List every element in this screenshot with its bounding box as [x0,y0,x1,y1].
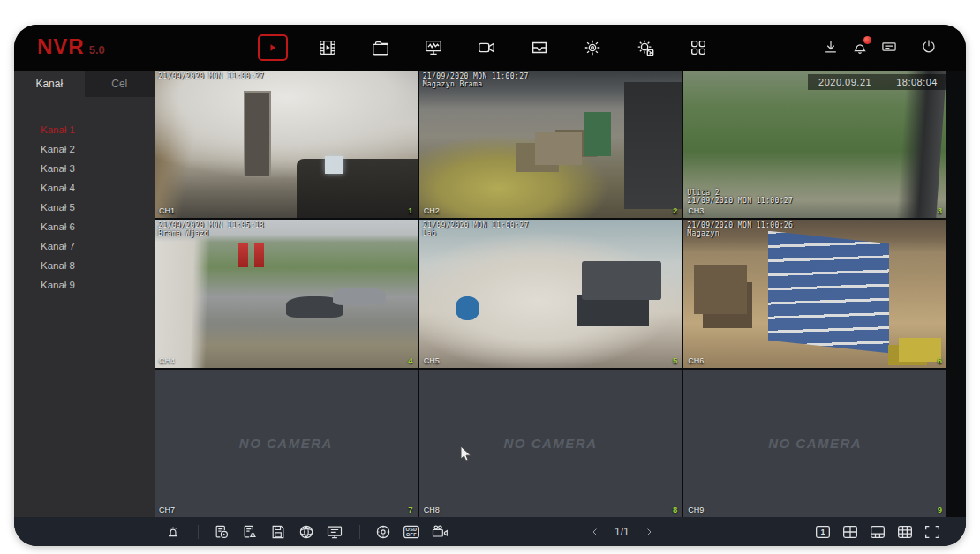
camera-cell-6[interactable]: 21/09/2020 MON 11:00:26Magazyn CH6 6 [683,220,946,367]
alarm-notification-icon[interactable] [851,38,871,57]
camera-osd: 21/09/2020 MON 11:00:26Magazyn [687,221,793,237]
channel-index: 7 [408,505,412,514]
scene-shape [899,338,941,362]
view-six-icon[interactable] [867,521,888,543]
tab-channel[interactable]: Kanał [14,71,85,97]
app-logo: NVR 5.0 [37,34,105,59]
top-bar: NVR 5.0 [14,25,966,71]
channel-label: CH1 [159,206,175,215]
view-single-icon[interactable]: 1 [812,521,833,543]
layout-switcher: 1 [812,521,943,543]
camera-osd: 21/09/2020 MON 11:00:27Lab [423,221,529,237]
next-page-icon[interactable] [642,525,656,539]
view-quad-icon[interactable] [840,521,861,543]
system-time-badge: 2020.09.21 18:08:04 [808,74,946,90]
recorder-device-icon[interactable] [880,38,900,57]
no-camera-text: NO CAMERA [503,436,597,451]
maintenance-icon[interactable] [632,36,659,59]
content-area: Kanał Cel Kanał 1 Kanał 2 Kanał 3 Kanał … [14,71,966,517]
apps-grid-icon[interactable] [685,36,712,59]
camera-cell-9[interactable]: NO CAMERA CH9 9 [683,370,946,517]
bottom-toolbar: OSDOFF 1/1 1 [14,517,966,546]
channel-item-5[interactable]: Kanał 5 [14,198,155,217]
grid-pagination: 1/1 [588,525,656,539]
prev-page-icon[interactable] [588,525,602,539]
camera-cell-1[interactable]: 21/09/2020 MON 11:00:27 CH1 1 [155,71,418,218]
disk-backup-icon[interactable] [268,521,289,543]
channel-item-2[interactable]: Kanał 2 [14,139,155,159]
scene-shape [584,112,611,156]
network-icon[interactable] [296,521,317,543]
camera-cell-5[interactable]: 21/09/2020 MON 11:00:27Lab CH5 5 [419,220,682,367]
channel-index: 2 [673,206,677,215]
power-icon[interactable] [920,38,939,57]
scene-shape [768,231,889,353]
ptz-control-icon[interactable] [373,521,394,543]
channel-label: CH7 [159,505,175,514]
camera-osd: Ulica 221/09/2020 MON 11:00:27 [687,189,793,205]
scene-shape [582,261,660,300]
scene-shape [535,132,583,165]
brand-text: NVR [37,34,85,59]
channel-index: 5 [673,356,677,365]
camera-cell-7[interactable]: NO CAMERA CH7 7 [155,370,418,517]
playback-icon[interactable] [314,36,341,59]
no-camera-text: NO CAMERA [768,436,862,451]
scene-shape [456,296,479,320]
channel-item-1[interactable]: Kanał 1 [14,120,155,139]
scene-shape [333,288,386,305]
top-right-actions [822,25,939,71]
channel-index: 8 [673,505,677,514]
channel-item-7[interactable]: Kanał 7 [14,236,155,256]
channel-item-3[interactable]: Kanał 3 [14,159,155,178]
camera-cell-2[interactable]: 21/09/2020 MON 11:00:27Magazyn Brama CH2… [419,71,682,218]
manual-record-icon[interactable] [211,521,232,543]
storage-manage-icon[interactable] [526,36,553,59]
scene-shape [297,159,418,218]
no-camera-text: NO CAMERA [239,436,333,451]
video-grid-wrap: 21/09/2020 MON 11:00:27 CH1 1 21/09/2020… [155,71,966,517]
divider [198,525,199,539]
page-indicator: 1/1 [614,526,629,538]
channel-label: CH3 [688,206,704,215]
divider [359,525,360,539]
settings-icon[interactable] [579,36,606,59]
channel-index: 3 [938,206,942,215]
tab-target[interactable]: Cel [85,71,155,97]
scene-shape [694,265,747,315]
channel-item-4[interactable]: Kanał 4 [14,178,155,198]
osd-menu-icon[interactable] [324,521,345,543]
scene-shape [624,82,682,209]
video-talk-icon[interactable] [429,521,450,543]
main-nav [258,25,712,71]
channel-index: 6 [938,356,942,365]
channel-item-8[interactable]: Kanał 8 [14,256,155,275]
scene-shape [244,91,271,177]
system-date: 2020.09.21 [818,77,871,87]
channel-label: CH9 [688,505,704,514]
file-manager-icon[interactable] [367,36,394,59]
camera-osd: 21/09/2020 MON 11:05:18Brama Wjazd [158,221,264,237]
camera-cell-4[interactable]: 21/09/2020 MON 11:05:18Brama Wjazd CH4 4 [155,220,418,367]
channel-label: CH2 [424,206,440,215]
alarm-siren-icon[interactable] [162,521,184,543]
channel-list: Kanał 1 Kanał 2 Kanał 3 Kanał 4 Kanał 5 … [14,120,155,295]
video-grid: 21/09/2020 MON 11:00:27 CH1 1 21/09/2020… [155,71,946,517]
fullscreen-icon[interactable] [922,521,943,543]
view-nine-icon[interactable] [894,521,916,543]
camera-cell-8[interactable]: NO CAMERA CH8 8 [419,370,682,517]
live-view-icon[interactable] [258,34,288,61]
channel-item-6[interactable]: Kanał 6 [14,217,155,236]
scene-shape [325,156,343,174]
system-overview-icon[interactable] [420,36,447,59]
download-icon[interactable] [822,38,841,57]
camera-manage-icon[interactable] [473,36,500,59]
osd-off-icon[interactable]: OSDOFF [401,521,422,543]
osd-off-label: OSDOFF [401,521,422,543]
alarm-active-dot [863,36,871,44]
channel-index: 1 [408,206,412,215]
channel-item-9[interactable]: Kanał 9 [14,275,155,295]
alarm-status-icon[interactable] [239,521,260,543]
camera-cell-3[interactable]: 2020.09.21 18:08:04 Ulica 221/09/2020 MO… [683,71,946,218]
channel-label: CH4 [159,356,175,365]
